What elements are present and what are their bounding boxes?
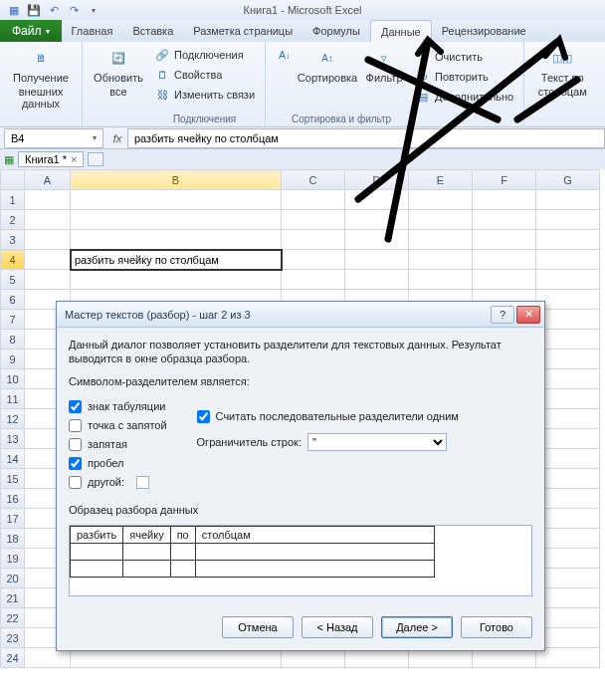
next-button[interactable]: Далее > xyxy=(381,616,453,638)
name-box[interactable]: B4 xyxy=(4,128,103,148)
row-header[interactable]: 11 xyxy=(1,389,25,409)
refresh-icon: 🔄 xyxy=(102,46,134,70)
semicolon-checkbox[interactable] xyxy=(69,419,82,432)
group-title: Подключения xyxy=(152,112,257,124)
delimiter-label: Символом-разделителем является: xyxy=(69,374,532,388)
row-header[interactable]: 20 xyxy=(1,569,25,588)
col-header-g[interactable]: G xyxy=(536,170,600,190)
reapply-icon: ↻ xyxy=(415,69,431,85)
text-to-columns-button[interactable]: ◫◫ Текст по столбцам xyxy=(532,46,592,98)
space-checkbox[interactable] xyxy=(69,457,82,470)
row-header[interactable]: 12 xyxy=(1,409,25,429)
fx-button[interactable]: fx xyxy=(107,132,127,144)
sort-button[interactable]: A↕ Сортировка xyxy=(298,46,357,84)
undo-icon[interactable]: ↶ xyxy=(46,2,62,18)
row-header[interactable]: 6 xyxy=(1,290,25,310)
group-title xyxy=(532,112,592,124)
col-header-e[interactable]: E xyxy=(409,170,473,190)
tab-pagelayout[interactable]: Разметка страницы xyxy=(183,20,302,42)
row-header[interactable]: 3 xyxy=(1,230,25,250)
row-header[interactable]: 4 xyxy=(1,250,25,270)
space-label[interactable]: пробел xyxy=(88,457,124,469)
save-icon[interactable]: 💾 xyxy=(26,2,42,18)
advanced-filter-button[interactable]: ▤Дополнительно xyxy=(413,88,515,106)
workbook-tabs: ▦ Книга1 * × xyxy=(0,149,605,169)
row-header[interactable]: 9 xyxy=(1,350,25,369)
row-header[interactable]: 21 xyxy=(1,588,25,608)
back-button[interactable]: < Назад xyxy=(302,616,373,638)
sort-asc-button[interactable]: A↓ xyxy=(274,46,296,84)
row-header[interactable]: 18 xyxy=(1,529,25,549)
row-header[interactable]: 7 xyxy=(1,310,25,330)
col-header-a[interactable]: A xyxy=(25,170,71,190)
tab-file[interactable]: Файл xyxy=(0,20,62,42)
properties-button[interactable]: 🗒Свойства xyxy=(152,66,257,84)
tab-review[interactable]: Рецензирование xyxy=(432,20,536,42)
new-window-button[interactable] xyxy=(88,152,103,166)
row-header[interactable]: 24 xyxy=(1,648,25,668)
preview-cell: разбить xyxy=(71,527,123,544)
col-header-d[interactable]: D xyxy=(345,170,409,190)
text-to-columns-icon: ◫◫ xyxy=(546,46,578,70)
comma-label[interactable]: запятая xyxy=(88,438,127,450)
edit-links-button[interactable]: ⛓Изменить связи xyxy=(152,86,257,104)
select-all-corner[interactable] xyxy=(1,170,25,190)
ribbon-tabs: Файл Главная Вставка Разметка страницы Ф… xyxy=(0,20,605,42)
other-checkbox[interactable] xyxy=(69,476,82,489)
row-header[interactable]: 2 xyxy=(1,210,25,230)
col-header-c[interactable]: C xyxy=(282,170,345,190)
formula-input[interactable]: разбить ячейку по столбцам xyxy=(127,128,605,148)
clear-filter-button[interactable]: ✕Очистить xyxy=(413,48,515,66)
tab-data[interactable]: Данные xyxy=(370,20,432,42)
semicolon-label[interactable]: точка с запятой xyxy=(88,419,167,431)
tab-checkbox[interactable] xyxy=(69,400,82,413)
tab-insert[interactable]: Вставка xyxy=(122,20,183,42)
tab-formulas[interactable]: Формулы xyxy=(302,20,370,42)
comma-checkbox[interactable] xyxy=(69,438,82,451)
label: Повторить xyxy=(435,71,489,83)
close-icon[interactable]: × xyxy=(71,153,77,165)
row-header[interactable]: 5 xyxy=(1,270,25,290)
refresh-all-button[interactable]: 🔄 Обновить все xyxy=(91,46,146,98)
consecutive-checkbox[interactable] xyxy=(197,410,210,423)
qat-customize-icon[interactable]: ▾ xyxy=(86,2,101,18)
row-header[interactable]: 17 xyxy=(1,509,25,529)
other-label[interactable]: другой: xyxy=(88,476,124,488)
col-header-f[interactable]: F xyxy=(473,170,536,190)
row-header[interactable]: 19 xyxy=(1,549,25,569)
redo-icon[interactable]: ↷ xyxy=(66,2,82,18)
dialog-titlebar[interactable]: Мастер текстов (разбор) - шаг 2 из 3 ? ✕ xyxy=(57,302,544,328)
label: Очистить xyxy=(435,51,483,63)
row-header[interactable]: 13 xyxy=(1,429,25,449)
row-header[interactable]: 8 xyxy=(1,330,25,350)
row-header[interactable]: 16 xyxy=(1,489,25,509)
tab-label[interactable]: знак табуляции xyxy=(88,400,165,412)
get-external-data-button[interactable]: 🗎 Получение внешних данных xyxy=(8,46,74,110)
reapply-button[interactable]: ↻Повторить xyxy=(413,68,515,86)
workbook-tab[interactable]: Книга1 * × xyxy=(18,151,84,167)
connections-button[interactable]: 🔗Подключения xyxy=(152,46,257,64)
filter-icon: ▿ xyxy=(368,46,400,70)
text-qualifier-select[interactable]: " xyxy=(307,433,447,451)
row-header[interactable]: 14 xyxy=(1,449,25,469)
preview-box: разбить ячейку по столбцам xyxy=(69,525,532,596)
consecutive-label[interactable]: Считать последовательные разделители одн… xyxy=(216,410,459,422)
finish-button[interactable]: Готово xyxy=(461,616,532,638)
cell-b4[interactable]: разбить ячейку по столбцам xyxy=(71,250,282,270)
row-header[interactable]: 10 xyxy=(1,369,25,389)
help-button[interactable]: ? xyxy=(491,306,514,324)
row-header[interactable]: 15 xyxy=(1,469,25,489)
row-header[interactable]: 23 xyxy=(1,628,25,648)
label: Текст по xyxy=(541,72,584,84)
quick-access-toolbar: ▦ 💾 ↶ ↷ ▾ xyxy=(6,2,101,18)
text-wizard-dialog: Мастер текстов (разбор) - шаг 2 из 3 ? ✕… xyxy=(56,301,545,651)
other-delimiter-input[interactable] xyxy=(136,476,149,489)
col-header-b[interactable]: B xyxy=(71,170,282,190)
preview-cell: по xyxy=(170,527,195,544)
tab-home[interactable]: Главная xyxy=(62,20,123,42)
close-button[interactable]: ✕ xyxy=(516,306,540,324)
cancel-button[interactable]: Отмена xyxy=(222,616,294,638)
filter-button[interactable]: ▿ Фильтр xyxy=(359,46,409,84)
row-header[interactable]: 1 xyxy=(1,190,25,210)
row-header[interactable]: 22 xyxy=(1,608,25,628)
